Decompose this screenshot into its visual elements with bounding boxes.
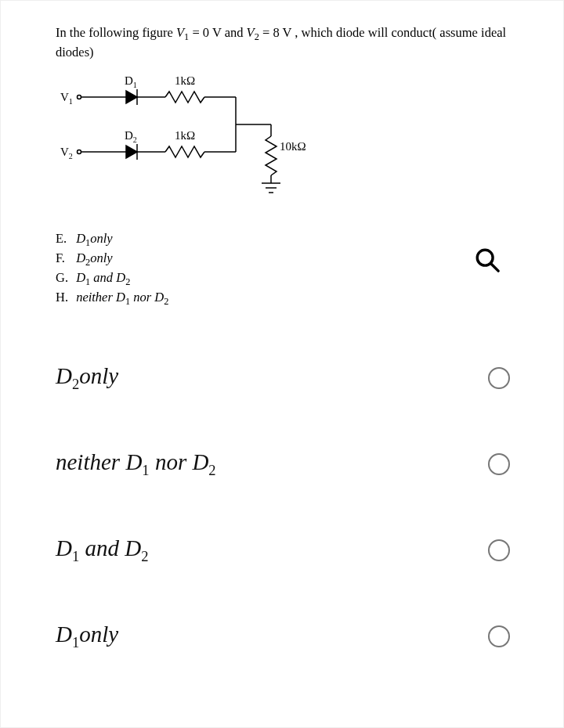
svg-point-7 [78,150,81,154]
answer-choices: D2only neither D1 nor D2 D1 and D2 D1onl… [56,363,516,651]
answer-text: neither D1 nor D2 [56,449,216,479]
svg-text:V2: V2 [60,146,73,160]
option-list: E. D1only F. D2only G. D1 and D2 H. neit… [56,230,516,308]
circuit-figure: V1 V2 D1 D2 1kΩ 1kΩ 10kΩ [56,66,516,210]
svg-text:10kΩ: 10kΩ [280,140,306,153]
svg-text:1kΩ: 1kΩ [175,74,195,87]
option-h: H. neither D1 nor D2 [56,289,516,308]
svg-marker-2 [126,91,137,103]
svg-text:1kΩ: 1kΩ [175,129,195,142]
svg-text:D1: D1 [125,74,137,89]
radio-icon[interactable] [488,367,510,389]
answer-choice-4[interactable]: D1only [56,622,516,651]
radio-icon[interactable] [488,539,510,561]
option-e: E. D1only [56,230,516,250]
radio-icon[interactable] [488,453,510,475]
question-text: In the following figure V1 = 0 V and V2 … [56,24,516,61]
option-g: G. D1 and D2 [56,269,516,289]
option-f: F. D2only [56,250,516,269]
svg-point-0 [78,96,81,99]
svg-marker-9 [126,146,137,158]
answer-choice-3[interactable]: D1 and D2 [56,535,516,565]
svg-text:V1: V1 [60,91,73,106]
answer-text: D1 and D2 [56,535,148,565]
search-icon[interactable] [474,247,501,276]
answer-choice-2[interactable]: neither D1 nor D2 [56,449,516,479]
svg-text:D2: D2 [125,129,137,144]
answer-text: D2only [56,363,118,393]
answer-choice-1[interactable]: D2only [56,363,516,393]
radio-icon[interactable] [488,625,510,647]
svg-line-27 [491,264,498,271]
answer-text: D1only [56,622,118,651]
